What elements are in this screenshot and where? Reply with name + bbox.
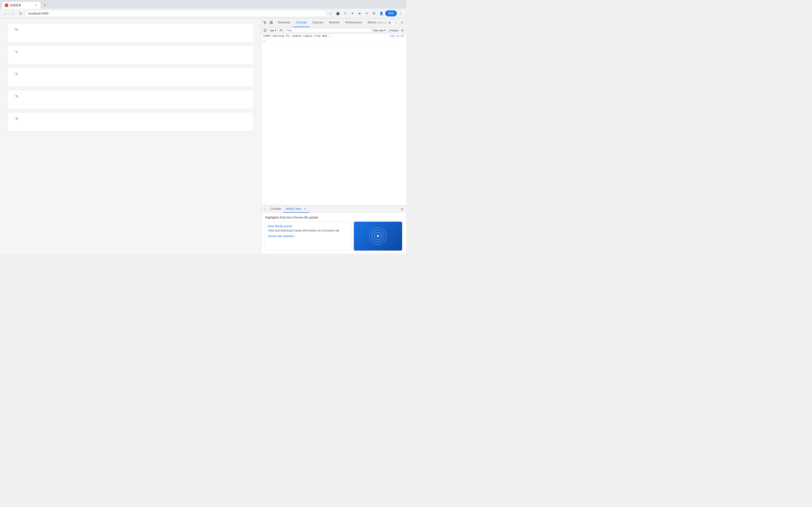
console-message-0: [HMR] Waiting for update signal from WDS… bbox=[261, 34, 406, 38]
browser-body: 「0」 「1」 「2」 「3」 「4」 bbox=[0, 18, 406, 253]
tab-console-bottom[interactable]: Console bbox=[268, 206, 284, 213]
card-1: 「1」 bbox=[7, 45, 254, 65]
devtools-right-controls: ✕ 1 ⚠ 1 ⚙ ⋮ ✕ bbox=[376, 20, 406, 25]
inspect-element-button[interactable] bbox=[262, 20, 268, 25]
card-label-2: 「2」 bbox=[12, 72, 20, 76]
tab-memory[interactable]: Memory bbox=[365, 18, 376, 27]
console-prompt[interactable]: > bbox=[261, 38, 406, 43]
extension-6-button[interactable]: ⚙ bbox=[371, 10, 377, 17]
console-clear-button[interactable] bbox=[262, 27, 268, 33]
browser-more-button[interactable]: ⋮ bbox=[397, 10, 404, 17]
card-3: 「3」 bbox=[7, 90, 254, 109]
devtools-close-button[interactable]: ✕ bbox=[399, 20, 405, 25]
extension-4-button[interactable]: ◈ bbox=[356, 10, 363, 17]
console-eye-button[interactable]: 👁 bbox=[278, 28, 284, 33]
extension-5-button[interactable]: ✏ bbox=[363, 10, 370, 17]
forward-button[interactable]: › bbox=[10, 10, 16, 17]
address-bar[interactable]: localhost:3000 bbox=[25, 10, 326, 17]
card-label-4: 「4」 bbox=[12, 117, 20, 120]
profile-button[interactable]: 👤 bbox=[378, 10, 385, 17]
console-filter-input[interactable] bbox=[285, 28, 371, 33]
bottom-panel: ⋮ Console What's New ✕ ✕ Highlights from… bbox=[261, 205, 406, 253]
devtools-toolbar: Elements Console Sources Network Perform… bbox=[261, 18, 406, 27]
console-message-link-0[interactable]: log.js:24 bbox=[390, 35, 404, 38]
tab-performance[interactable]: Performance bbox=[343, 18, 365, 27]
card-label-0: 「0」 bbox=[12, 28, 20, 32]
console-toolbar: top ▾ 👁 Info only ▾ 2 hidden ⚙ bbox=[261, 27, 406, 34]
tab-bar: 🎮 乐闻世界 ✕ + bbox=[0, 0, 406, 9]
console-message-text-0: [HMR] Waiting for update signal from WDS… bbox=[263, 35, 389, 38]
svg-line-3 bbox=[264, 30, 266, 31]
devtools-settings-button[interactable]: ⚙ bbox=[387, 20, 393, 25]
console-context-selector[interactable]: top ▾ bbox=[269, 28, 277, 33]
browser-tab[interactable]: 🎮 乐闻世界 ✕ bbox=[2, 2, 41, 9]
tab-console[interactable]: Console bbox=[293, 18, 310, 27]
card-label-1: 「1」 bbox=[12, 50, 20, 54]
nav-bar: ‹ › ↻ localhost:3000 ☆ ⬤ ⬡ ✦ ◈ ✏ ⚙ 👤 更新 … bbox=[0, 9, 406, 18]
console-settings-button[interactable]: ⚙ bbox=[400, 28, 405, 33]
console-prompt-arrow: > bbox=[263, 39, 265, 42]
extension-2-button[interactable]: ⬡ bbox=[342, 10, 349, 17]
console-level-selector[interactable]: Info only ▾ bbox=[372, 28, 387, 33]
extension-3-button[interactable]: ✦ bbox=[349, 10, 356, 17]
whats-new-close-button[interactable]: ✕ bbox=[303, 207, 307, 211]
console-output: [HMR] Waiting for update signal from WDS… bbox=[261, 34, 406, 205]
whats-new-content: Highlights from the Chrome 86 update New… bbox=[261, 213, 406, 253]
news-issue-title[interactable]: Issues tab updates bbox=[268, 234, 349, 238]
devtools-tabs: Elements Console Sources Network Perform… bbox=[275, 18, 376, 27]
tab-network[interactable]: Network bbox=[326, 18, 343, 27]
tab-sources[interactable]: Sources bbox=[310, 18, 326, 27]
news-image bbox=[354, 222, 402, 250]
tab-close-button[interactable]: ✕ bbox=[34, 3, 38, 7]
tab-title: 乐闻世界 bbox=[10, 3, 33, 7]
bottom-tools-button[interactable]: ⋮ bbox=[262, 206, 268, 212]
card-4: 「4」 bbox=[7, 112, 254, 131]
devtools-panel: Elements Console Sources Network Perform… bbox=[261, 18, 406, 253]
device-toggle-button[interactable] bbox=[268, 20, 274, 25]
tab-whats-new[interactable]: What's New ✕ bbox=[284, 206, 309, 213]
bottom-panel-close-button[interactable]: ✕ bbox=[399, 206, 405, 212]
bottom-tabs: ⋮ Console What's New ✕ ✕ bbox=[261, 206, 406, 213]
devtools-controls bbox=[261, 20, 275, 25]
news-card-media: New Media panel View and download media … bbox=[265, 222, 351, 250]
svg-point-7 bbox=[377, 235, 379, 237]
news-issue: Issues tab updates bbox=[268, 234, 349, 238]
tab-elements[interactable]: Elements bbox=[275, 18, 293, 27]
hidden-count-badge: 2 hidden bbox=[389, 29, 399, 32]
back-button[interactable]: ‹ bbox=[2, 10, 9, 17]
page-content: 「0」 「1」 「2」 「3」 「4」 bbox=[0, 18, 261, 253]
tab-favicon: 🎮 bbox=[5, 4, 8, 7]
news-card-title[interactable]: New Media panel bbox=[268, 224, 349, 228]
browser-chrome: 🎮 乐闻世界 ✕ + ‹ › ↻ localhost:3000 ☆ ⬤ ⬡ ✦ … bbox=[0, 0, 406, 18]
new-tab-button[interactable]: + bbox=[42, 2, 48, 9]
card-2: 「2」 bbox=[7, 68, 254, 87]
card-0: 「0」 bbox=[7, 23, 254, 43]
nav-icons: ☆ ⬤ ⬡ ✦ ◈ ✏ ⚙ 👤 更新 ⋮ bbox=[327, 10, 404, 17]
update-button[interactable]: 更新 bbox=[385, 10, 397, 16]
extension-1-button[interactable]: ⬤ bbox=[335, 10, 341, 17]
bookmark-button[interactable]: ☆ bbox=[327, 10, 334, 17]
whats-new-header: Highlights from the Chrome 86 update bbox=[265, 216, 402, 219]
refresh-button[interactable]: ↻ bbox=[17, 10, 24, 17]
devtools-more-button[interactable]: ⋮ bbox=[393, 20, 399, 25]
warn-count-badge[interactable]: ⚠ 1 bbox=[382, 21, 386, 24]
error-count-badge[interactable]: ✕ 1 bbox=[377, 21, 382, 24]
card-label-3: 「3」 bbox=[12, 95, 20, 98]
news-card-desc: View and download media information on a… bbox=[268, 229, 349, 232]
news-item-grid: New Media panel View and download media … bbox=[265, 222, 402, 250]
